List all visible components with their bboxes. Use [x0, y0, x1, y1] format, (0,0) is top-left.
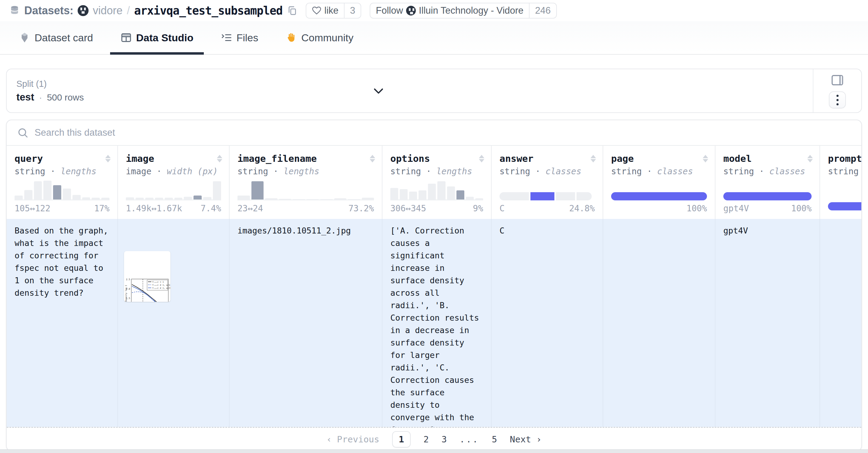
table-row[interactable]: Based on the graph, what is the impact o…	[7, 219, 861, 427]
like-label: like	[324, 5, 339, 16]
svg-text:Surface Density log Σ: Surface Density log Σ	[125, 285, 127, 302]
answer-classes-bar[interactable]	[499, 192, 595, 200]
tab-files[interactable]: Files	[211, 21, 269, 54]
layout-panel-icon[interactable]	[830, 73, 845, 87]
stat-range: 1.49k↔1.67k	[126, 203, 182, 214]
page-bottom-strip	[0, 449, 868, 453]
svg-text:fₛₚₑc ≠ 1, with corr.: fₛₚₑc ≠ 1, with corr.	[152, 287, 170, 289]
column-header-options: options string · lengths 306↔3459%	[382, 146, 492, 219]
column-name: prompt	[828, 153, 861, 164]
stat-percent: 24.8%	[569, 203, 595, 214]
tab-data-studio[interactable]: Data Studio	[110, 21, 204, 54]
row-image-thumbnail[interactable]: fₛₚₑc = 1 fₛₚₑc ≠ 1, w/o corr. fₛₚₑc ≠ 1…	[124, 251, 170, 302]
cell-model[interactable]: gpt4V	[715, 219, 819, 427]
data-studio-content: Split (1) test · 500 rows	[0, 55, 868, 449]
follow-org-name: Illuin Technology - Vidore	[419, 5, 524, 16]
column-name: image_filename	[238, 153, 374, 164]
cell-query[interactable]: Based on the graph, what is the impact o…	[7, 219, 117, 427]
dataset-grid: query string · lengths 105↔12217% image …	[7, 146, 861, 427]
column-type: string	[14, 166, 45, 176]
sort-toggle[interactable]	[479, 155, 484, 163]
tab-community[interactable]: Community	[275, 21, 364, 54]
stat-percent: 9%	[473, 203, 483, 214]
page-button-2[interactable]: 2	[423, 434, 429, 445]
column-name: query	[14, 153, 110, 164]
column-qualifier: classes	[769, 166, 805, 176]
stat-percent: 73.2%	[348, 203, 374, 214]
svg-text:fₛₚₑc ≠ 1, w/o corr.: fₛₚₑc ≠ 1, w/o corr.	[152, 284, 170, 286]
cell-options[interactable]: ['A. Correction causes a significant inc…	[382, 219, 491, 427]
like-button[interactable]: like 3	[306, 3, 362, 19]
pagination: ‹ Previous 1 2 3 ... 5 Next ›	[7, 427, 861, 451]
stat-class: gpt4V	[723, 203, 749, 214]
image-width-histogram[interactable]	[126, 181, 221, 200]
column-header-model: model string · classes gpt4V100%	[715, 146, 820, 219]
cell-page[interactable]	[603, 219, 715, 427]
next-page-button[interactable]: Next ›	[510, 434, 542, 445]
page-classes-bar[interactable]	[611, 192, 707, 200]
stat-percent: 17%	[94, 203, 110, 214]
sort-toggle[interactable]	[590, 155, 596, 163]
copy-icon[interactable]	[287, 5, 297, 16]
column-type: string	[723, 166, 754, 176]
model-classes-bar[interactable]	[723, 192, 812, 200]
cell-image-filename[interactable]: images/1810.10511_2.jpg	[229, 219, 382, 427]
cell-prompt[interactable]	[820, 219, 861, 427]
page-button-5[interactable]: 5	[492, 434, 497, 445]
column-qualifier: classes	[546, 166, 581, 176]
wave-hand-icon	[285, 32, 297, 44]
stat-class: C	[499, 203, 505, 214]
dataset-name[interactable]: arxivqa_test_subsampled	[134, 4, 282, 17]
svg-text:2.5: 2.5	[126, 278, 130, 281]
follower-count[interactable]: 246	[529, 3, 556, 18]
filename-length-histogram[interactable]	[238, 181, 374, 200]
more-options-button[interactable]	[829, 91, 846, 108]
datasets-breadcrumb-label[interactable]: Datasets:	[24, 4, 73, 17]
split-selector-card: Split (1) test · 500 rows	[6, 68, 862, 113]
search-bar	[7, 120, 861, 146]
prompt-classes-bar[interactable]	[828, 202, 861, 210]
sort-toggle[interactable]	[105, 155, 111, 163]
org-avatar	[406, 6, 416, 16]
svg-text:fₛₚₑc = 1: fₛₚₑc = 1	[152, 281, 164, 283]
column-qualifier: lengths	[61, 166, 96, 176]
tab-data-studio-label: Data Studio	[136, 32, 193, 44]
search-icon	[17, 127, 29, 138]
owner-avatar[interactable]	[78, 5, 89, 16]
dataset-tabs: Dataset card Data Studio Files Community	[0, 21, 868, 55]
follow-button[interactable]: Follow Illuin Technology - Vidore 246	[370, 3, 557, 19]
split-dropdown[interactable]: Split (1) test · 500 rows	[7, 69, 813, 112]
options-length-histogram[interactable]	[390, 181, 483, 200]
like-count[interactable]: 3	[344, 3, 361, 18]
page-button-3[interactable]: 3	[442, 434, 447, 445]
sort-toggle[interactable]	[807, 155, 813, 163]
split-separator: ·	[39, 92, 42, 103]
sort-toggle[interactable]	[703, 155, 708, 163]
query-length-histogram[interactable]	[14, 181, 110, 200]
sort-toggle[interactable]	[370, 155, 375, 163]
column-name: page	[611, 153, 707, 164]
tab-dataset-card[interactable]: Dataset card	[8, 21, 103, 54]
previous-page-button[interactable]: ‹ Previous	[326, 434, 379, 445]
tab-community-label: Community	[301, 32, 353, 44]
split-row-count: 500 rows	[47, 92, 84, 103]
column-qualifier: lengths	[436, 166, 472, 176]
page-button-1[interactable]: 1	[392, 431, 411, 448]
cell-answer[interactable]: C	[492, 219, 602, 427]
owner-link[interactable]: vidore	[93, 4, 123, 17]
sort-toggle[interactable]	[217, 155, 222, 163]
stat-range: 23↔24	[238, 203, 263, 214]
pagination-ellipsis: ...	[460, 434, 479, 445]
dataset-table-card: query string · lengths 105↔12217% image …	[6, 120, 862, 451]
column-type: string	[238, 166, 268, 176]
stat-range: 105↔122	[14, 203, 50, 214]
stat-percent: 100%	[687, 203, 707, 214]
cell-image[interactable]: fₛₚₑc = 1 fₛₚₑc ≠ 1, w/o corr. fₛₚₑc ≠ 1…	[118, 219, 229, 427]
column-header-page: page string · classes 100%	[603, 146, 715, 219]
column-name: model	[723, 153, 812, 164]
search-input[interactable]	[35, 127, 851, 138]
stat-percent: 100%	[791, 203, 812, 214]
column-header-row: query string · lengths 105↔12217% image …	[7, 146, 861, 219]
column-type: string	[611, 166, 642, 176]
column-type: image	[126, 166, 151, 176]
